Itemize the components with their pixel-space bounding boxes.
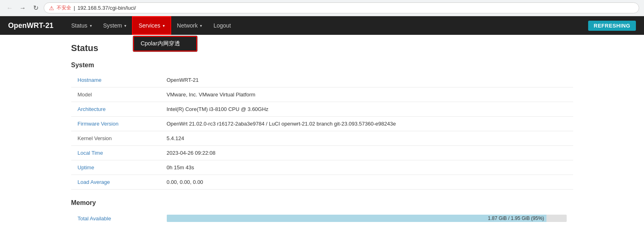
row-label: Total Available [71,211,160,226]
memory-section-title: Memory [71,199,573,207]
dropdown-cpolar-label: Cpolar内网穿透 [140,40,180,47]
row-label: Local Time [71,146,160,160]
nav-services-caret: ▾ [163,23,165,28]
browser-chrome: ← → ↻ ⚠ 不安全 | 192.168.5.37/cgi-bin/luci/ [0,0,644,16]
nav-system-caret: ▾ [124,23,126,28]
table-row: Firmware VersionOpenWrt 21.02.0-rc3 r161… [71,117,573,131]
not-secure-label: 不安全 [57,4,71,11]
progress-container: 1.87 GiB / 1.95 GiB (95%) [167,215,567,222]
row-value: 1.87 GiB / 1.95 GiB (95%) [160,211,573,226]
warning-icon: ⚠ [49,5,54,11]
row-value: Intel(R) Core(TM) i3-8100 CPU @ 3.60GHz [160,102,573,117]
nav-network-label: Network [177,22,198,29]
refreshing-button[interactable]: REFRESHING [588,21,636,31]
nav-network-caret: ▾ [200,23,202,28]
row-value: 5.4.124 [160,131,573,146]
table-row: Total Available1.87 GiB / 1.95 GiB (95%) [71,211,573,226]
row-value: 0.00, 0.00, 0.00 [160,175,573,190]
progress-bar-fill: 1.87 GiB / 1.95 GiB (95%) [167,215,547,222]
table-row: HostnameOpenWRT-21 [71,73,573,87]
nav-logout-label: Logout [213,22,231,29]
row-value: 0h 15m 43s [160,160,573,175]
system-section-title: System [71,62,573,69]
table-row: Uptime0h 15m 43s [71,160,573,175]
row-value: OpenWrt 21.02.0-rc3 r16172-2aba3e9784 / … [160,117,573,131]
memory-info-table: Total Available1.87 GiB / 1.95 GiB (95%) [71,211,573,226]
nav-network[interactable]: Network ▾ [171,16,208,35]
table-row: ArchitectureIntel(R) Core(TM) i3-8100 CP… [71,102,573,117]
nav-system[interactable]: System ▾ [98,16,132,35]
nav-logout[interactable]: Logout [208,16,236,35]
services-dropdown: Cpolar内网穿透 [133,36,198,52]
row-label: Model [71,87,160,102]
system-info-table: HostnameOpenWRT-21ModelVMware, Inc. VMwa… [71,73,573,190]
row-label: Architecture [71,102,160,117]
table-row: Kernel Version5.4.124 [71,131,573,146]
dropdown-cpolar[interactable]: Cpolar内网穿透 [133,36,197,51]
navbar: OpenWRT-21 Status ▾ System ▾ Services ▾ … [0,16,644,35]
row-value: VMware, Inc. VMware Virtual Platform [160,87,573,102]
nav-status-label: Status [71,22,87,29]
nav-status-caret: ▾ [90,23,92,28]
back-button[interactable]: ← [5,3,15,13]
nav-status[interactable]: Status ▾ [66,16,98,35]
forward-button[interactable]: → [18,3,28,13]
reload-button[interactable]: ↻ [31,3,40,13]
address-bar[interactable]: ⚠ 不安全 | 192.168.5.37/cgi-bin/luci/ [44,2,639,13]
table-row: Local Time2023-04-26 09:22:08 [71,146,573,160]
url-text: 192.168.5.37/cgi-bin/luci/ [77,5,136,11]
row-label: Firmware Version [71,117,160,131]
navbar-brand[interactable]: OpenWRT-21 [8,21,53,30]
nav-system-label: System [103,22,122,29]
row-label: Load Average [71,175,160,190]
progress-bar: 1.87 GiB / 1.95 GiB (95%) [167,215,567,222]
main-content: Status System HostnameOpenWRT-21ModelVMw… [59,35,585,226]
nav-services[interactable]: Services ▾ Cpolar内网穿透 [132,16,171,35]
row-value: 2023-04-26 09:22:08 [160,146,573,160]
row-value: OpenWRT-21 [160,73,573,87]
url-separator: | [74,5,75,11]
navbar-menu: Status ▾ System ▾ Services ▾ Cpolar内网穿透 … [66,16,588,35]
row-label: Hostname [71,73,160,87]
row-label: Uptime [71,160,160,175]
table-row: Load Average0.00, 0.00, 0.00 [71,175,573,190]
table-row: ModelVMware, Inc. VMware Virtual Platfor… [71,87,573,102]
row-label: Kernel Version [71,131,160,146]
nav-services-label: Services [138,22,160,29]
